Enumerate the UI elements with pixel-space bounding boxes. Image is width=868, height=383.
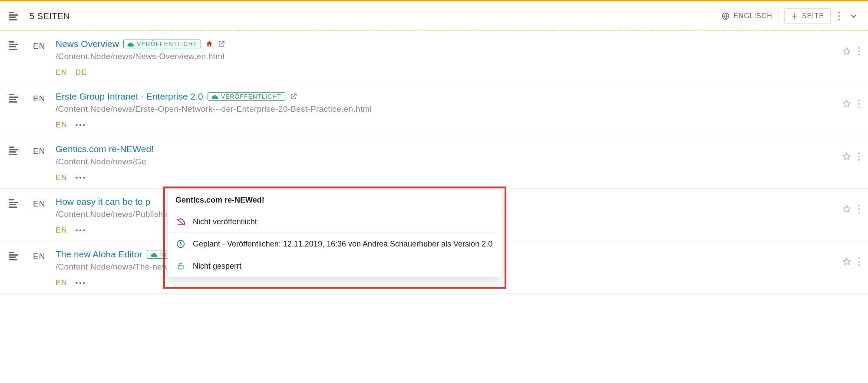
svg-rect-20 [178, 266, 183, 269]
svg-point-7 [858, 100, 860, 101]
more-languages-icon[interactable]: ••• [76, 226, 87, 234]
svg-point-2 [838, 15, 840, 17]
external-link-icon[interactable] [218, 40, 225, 48]
lang-chip[interactable]: EN [56, 121, 68, 130]
row-lang-code: EN [33, 196, 56, 209]
svg-point-17 [858, 261, 860, 263]
add-page-button[interactable]: SEITE [784, 8, 831, 24]
favorite-icon[interactable] [842, 257, 851, 266]
popover-line-scheduled: Geplant - Veröffentlichen: 12.11.2019, 1… [168, 233, 502, 255]
lang-chip[interactable]: EN [56, 226, 68, 235]
cloud-off-icon [175, 218, 186, 226]
popover-line-unpublished: Nicht veröffentlicht [168, 211, 502, 233]
page-type-icon [9, 199, 18, 208]
plus-icon [791, 12, 799, 20]
svg-point-13 [858, 205, 860, 206]
list-item: ENNews OverviewVERÖFFENTLICHT/Content.No… [0, 31, 868, 83]
list-item: ENErste Group Intranet - Enterprise 2.0V… [0, 83, 868, 136]
add-page-button-label: SEITE [802, 12, 824, 20]
page-path: /Content.Node/news/News-Overview.en.html [56, 52, 830, 61]
page-title[interactable]: How easy it can be to p [56, 196, 150, 207]
lang-chip[interactable]: EN [56, 279, 68, 287]
svg-point-14 [858, 208, 860, 210]
toolbar: 5 SEITEN ENGLISCH SEITE [0, 2, 868, 31]
lang-chip[interactable]: DE [76, 68, 88, 77]
cloud-up-icon [151, 252, 158, 257]
favorite-icon[interactable] [842, 99, 851, 109]
page-title[interactable]: Erste Group Intranet - Enterprise 2.0 [56, 91, 203, 102]
popover-line-unlocked: Nicht gesperrt [168, 255, 502, 277]
svg-point-3 [838, 19, 840, 20]
svg-point-1 [838, 12, 840, 13]
page-path: /Content.Node/news/Ge [56, 157, 830, 167]
row-more-icon[interactable] [858, 152, 860, 161]
external-link-icon[interactable] [290, 93, 297, 100]
chevron-down-icon[interactable] [847, 10, 860, 23]
unlock-icon [175, 261, 186, 271]
more-languages-icon[interactable]: ••• [76, 174, 87, 182]
favorite-icon[interactable] [842, 47, 851, 56]
toolbar-more-icon[interactable] [836, 10, 842, 23]
clock-icon [175, 239, 186, 249]
page-title[interactable]: The new Aloha Editor [56, 249, 142, 260]
svg-point-9 [858, 107, 860, 108]
home-icon [205, 40, 213, 48]
svg-point-4 [858, 47, 860, 49]
toolbar-title: 5 SEITEN [30, 11, 70, 21]
language-button-label: ENGLISCH [733, 12, 772, 20]
status-badge[interactable]: VERÖFFENTLICHT [208, 92, 285, 101]
svg-point-10 [858, 152, 860, 154]
row-more-icon[interactable] [858, 204, 860, 214]
row-lang-code: EN [33, 249, 56, 261]
page-title[interactable]: News Overview [56, 39, 119, 49]
svg-point-12 [858, 159, 860, 161]
favorite-icon[interactable] [842, 152, 851, 161]
row-lang-code: EN [33, 144, 56, 156]
lang-chip[interactable]: EN [56, 173, 68, 182]
svg-point-5 [858, 50, 860, 52]
svg-point-11 [858, 156, 860, 157]
row-more-icon[interactable] [858, 47, 860, 56]
row-lang-code: EN [33, 91, 56, 103]
svg-point-15 [858, 212, 860, 213]
cloud-up-icon [211, 94, 218, 99]
lang-chip[interactable]: EN [56, 68, 68, 77]
svg-point-16 [858, 257, 860, 259]
row-more-icon[interactable] [858, 99, 860, 109]
status-popover: Gentics.com re-NEWed! Nicht veröffentlic… [167, 189, 502, 277]
page-type-icon [9, 147, 18, 155]
svg-point-18 [858, 264, 860, 266]
more-languages-icon[interactable]: ••• [76, 279, 87, 287]
row-more-icon[interactable] [858, 257, 860, 266]
cloud-up-icon [127, 41, 134, 47]
more-languages-icon[interactable]: ••• [76, 121, 87, 129]
list-icon[interactable] [9, 12, 18, 20]
popover-title: Gentics.com re-NEWed! [168, 190, 502, 211]
popover-text: Nicht veröffentlicht [193, 217, 257, 226]
page-type-icon [9, 252, 18, 260]
favorite-icon[interactable] [842, 204, 851, 214]
svg-point-8 [858, 103, 860, 105]
popover-text: Geplant - Veröffentlichen: 12.11.2019, 1… [193, 240, 492, 249]
popover-text: Nicht gesperrt [193, 262, 241, 271]
svg-point-6 [858, 54, 860, 56]
language-button[interactable]: ENGLISCH [715, 8, 779, 24]
globe-icon [721, 12, 730, 20]
page-type-icon [9, 94, 18, 103]
page-type-icon [9, 41, 18, 50]
row-lang-code: EN [33, 39, 56, 51]
list-item: ENGentics.com re-NEWed!/Content.Node/new… [0, 136, 868, 189]
page-title[interactable]: Gentics.com re-NEWed! [56, 144, 154, 154]
status-badge[interactable]: VERÖFFENTLICHT [123, 40, 201, 48]
page-path: /Content.Node/news/Erste-Open-Network---… [56, 104, 830, 114]
